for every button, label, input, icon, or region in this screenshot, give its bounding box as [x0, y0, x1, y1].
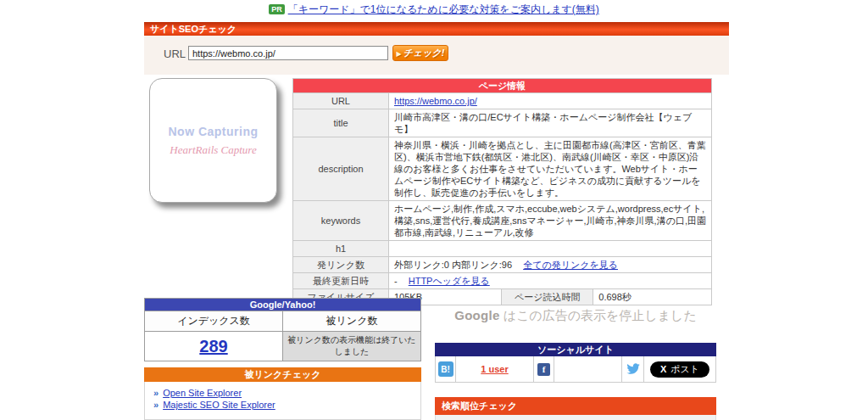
table-header-row: ページ情報 — [293, 79, 712, 93]
page-description-value: 神奈川県・横浜・川崎を拠点とし、主に田園都市線(高津区・宮前区、青葉区)、横浜市… — [389, 137, 712, 201]
play-arrow-icon: ▶ — [397, 50, 402, 58]
list-item: »Majestic SEO Site Explorer — [153, 400, 412, 410]
check-button[interactable]: ▶チェック! — [392, 45, 448, 61]
url-input[interactable] — [188, 46, 388, 60]
facebook-cell: f — [534, 356, 554, 382]
table-row: 発リンク数 外部リンク:0 内部リンク:96 全ての発リンクを見る — [293, 257, 712, 273]
google-logo-text: Google — [454, 308, 499, 322]
table-row: title 川崎市高津区・溝の口/ECサイト構築・ホームページ制作会社【ウェブモ… — [293, 109, 712, 137]
arrow-bullet-icon: » — [153, 400, 159, 410]
rank-check-body — [435, 415, 716, 420]
backlink-discontinued-note: 被リンク数の表示機能は終了いたしました — [283, 332, 421, 361]
outlinks-counts: 外部リンク:0 内部リンク:96 — [394, 260, 512, 270]
google-yahoo-title: Google/Yahoo! — [145, 299, 421, 311]
capture-service-name: HeartRails Capture — [170, 143, 256, 157]
row-label: h1 — [293, 241, 389, 257]
url-form: URL ▶チェック! — [144, 36, 729, 75]
twitter-bird-icon[interactable] — [626, 363, 640, 375]
x-logo-icon: X — [660, 364, 666, 374]
facebook-icon[interactable]: f — [537, 363, 550, 376]
list-item: »Open Site Explorer — [153, 388, 412, 398]
site-capture-thumbnail[interactable]: Now Capturing HeartRails Capture — [149, 78, 277, 203]
rank-check-title: 検索順位チェック — [435, 397, 716, 415]
last-modified-value: - — [394, 276, 398, 286]
pr-bar: PR「キーワード」で1位になるために必要な対策をご案内します(無料) — [0, 3, 868, 17]
pr-ad-link[interactable]: 「キーワード」で1位になるために必要な対策をご案内します(無料) — [288, 3, 599, 15]
open-site-explorer-link[interactable]: Open Site Explorer — [163, 388, 242, 398]
index-count-header: インデックス数 — [145, 311, 283, 332]
pr-badge: PR — [269, 4, 285, 14]
loadtime-value: 0.698秒 — [593, 289, 712, 305]
table-row: URL https://webmo.co.jp/ — [293, 93, 712, 109]
page-h1-value — [389, 241, 712, 257]
page-url-link[interactable]: https://webmo.co.jp/ — [394, 96, 477, 106]
hatena-user-count-link[interactable]: 1 user — [481, 364, 508, 374]
row-label: description — [293, 137, 389, 201]
hatena-count-cell: 1 user — [456, 356, 534, 382]
url-label: URL — [164, 48, 186, 60]
backlink-count-header: 被リンク数 — [283, 311, 421, 332]
table-header-row: Google/Yahoo! — [145, 299, 421, 311]
backlink-check-links: »Open Site Explorer »Majestic SEO Site E… — [144, 382, 421, 420]
page-title: サイトSEOチェック — [144, 22, 729, 36]
row-label: 最終更新日時 — [293, 273, 389, 289]
http-header-link[interactable]: HTTPヘッダを見る — [409, 276, 490, 286]
x-post-cell: Xポスト — [644, 356, 715, 382]
page-title-value: 川崎市高津区・溝の口/ECサイト構築・ホームページ制作会社【ウェブモ】 — [389, 109, 712, 137]
hatena-cell: B! — [436, 356, 456, 382]
majestic-seo-link[interactable]: Majestic SEO Site Explorer — [163, 400, 275, 410]
x-post-label: ポスト — [670, 363, 699, 376]
backlink-check-title: 被リンクチェック — [144, 367, 421, 382]
hatena-bookmark-icon[interactable]: B! — [438, 361, 453, 377]
twitter-cell — [622, 356, 644, 382]
table-row: 289 被リンク数の表示機能は終了いたしました — [145, 332, 421, 361]
page-info-title: ページ情報 — [293, 79, 712, 93]
google-yahoo-table: Google/Yahoo! インデックス数 被リンク数 289 被リンク数の表示… — [144, 298, 421, 361]
check-button-label: チェック! — [403, 48, 445, 58]
row-label: ページ読込時間 — [502, 289, 593, 305]
table-row: h1 — [293, 241, 712, 257]
row-label: 発リンク数 — [293, 257, 389, 273]
social-sites-row: B! 1 user f Xポスト — [435, 356, 716, 383]
arrow-bullet-icon: » — [153, 388, 159, 398]
all-outlinks-link[interactable]: 全ての発リンクを見る — [523, 260, 618, 270]
social-sites-title: ソーシャルサイト — [435, 343, 716, 356]
table-row: インデックス数 被リンク数 — [145, 311, 421, 332]
page-keywords-value: ホームページ,制作,作成,スマホ,eccube,webシステム,wordpres… — [389, 201, 712, 241]
row-label: URL — [293, 93, 389, 109]
ad-stopped-notice: Googleはこの広告の表示を停止しました — [435, 308, 716, 324]
table-row: keywords ホームページ,制作,作成,スマホ,eccube,webシステム… — [293, 201, 712, 241]
page-info-table: ページ情報 URL https://webmo.co.jp/ title 川崎市… — [292, 78, 712, 305]
row-label: keywords — [293, 201, 389, 241]
table-row: 最終更新日時 - HTTPヘッダを見る — [293, 273, 712, 289]
facebook-count-cell — [554, 356, 622, 382]
table-row: description 神奈川県・横浜・川崎を拠点とし、主に田園都市線(高津区・… — [293, 137, 712, 201]
x-post-button[interactable]: Xポスト — [650, 361, 709, 378]
row-label: title — [293, 109, 389, 137]
index-count-link[interactable]: 289 — [199, 337, 227, 356]
browser-page: PR「キーワード」で1位になるために必要な対策をご案内します(無料) サイトSE… — [0, 0, 868, 420]
capture-status-text: Now Capturing — [168, 125, 258, 138]
ad-stopped-text: はこの広告の表示を停止しました — [504, 308, 697, 322]
